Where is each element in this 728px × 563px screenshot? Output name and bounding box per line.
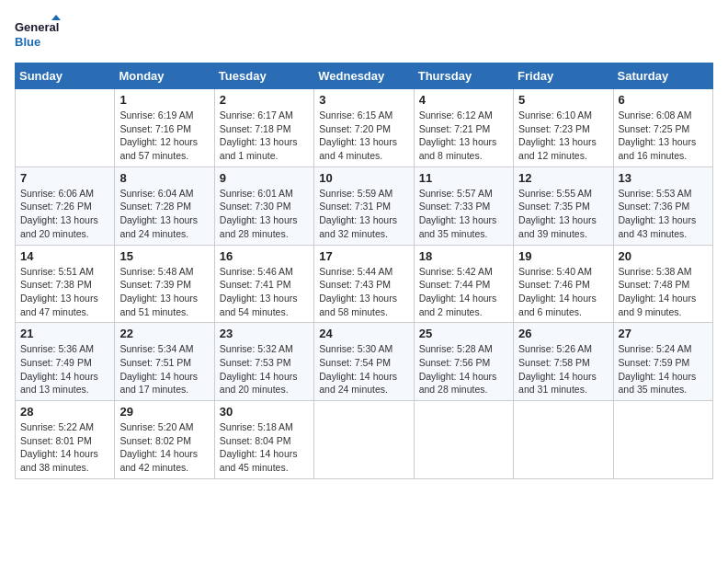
calendar-cell: 24Sunrise: 5:30 AM Sunset: 7:54 PM Dayli… xyxy=(314,323,414,401)
svg-text:General: General xyxy=(15,20,59,34)
calendar-cell: 1Sunrise: 6:19 AM Sunset: 7:16 PM Daylig… xyxy=(115,89,214,167)
day-number: 20 xyxy=(619,249,708,263)
calendar-cell: 17Sunrise: 5:44 AM Sunset: 7:43 PM Dayli… xyxy=(314,245,414,323)
calendar-cell: 9Sunrise: 6:01 AM Sunset: 7:30 PM Daylig… xyxy=(214,167,313,245)
day-number: 29 xyxy=(119,405,209,419)
day-number: 26 xyxy=(518,327,608,340)
calendar-cell: 23Sunrise: 5:32 AM Sunset: 7:53 PM Dayli… xyxy=(214,323,313,401)
calendar-cell: 14Sunrise: 5:51 AM Sunset: 7:38 PM Dayli… xyxy=(16,245,115,323)
day-number: 10 xyxy=(319,171,408,185)
calendar-week-row: 21Sunrise: 5:36 AM Sunset: 7:49 PM Dayli… xyxy=(16,323,713,401)
calendar-cell: 2Sunrise: 6:17 AM Sunset: 7:18 PM Daylig… xyxy=(214,89,313,167)
calendar-cell: 28Sunrise: 5:22 AM Sunset: 8:01 PM Dayli… xyxy=(16,401,115,479)
calendar-cell xyxy=(613,401,712,479)
day-number: 12 xyxy=(518,171,608,185)
calendar-week-row: 7Sunrise: 6:06 AM Sunset: 7:26 PM Daylig… xyxy=(16,167,713,245)
day-info: Sunrise: 6:15 AM Sunset: 7:20 PM Dayligh… xyxy=(319,109,408,163)
calendar-cell xyxy=(414,401,513,479)
day-number: 19 xyxy=(518,249,608,263)
calendar-cell: 29Sunrise: 5:20 AM Sunset: 8:02 PM Dayli… xyxy=(115,401,214,479)
calendar-cell: 11Sunrise: 5:57 AM Sunset: 7:33 PM Dayli… xyxy=(414,167,513,245)
day-info: Sunrise: 5:26 AM Sunset: 7:58 PM Dayligh… xyxy=(518,342,608,396)
calendar-cell: 6Sunrise: 6:08 AM Sunset: 7:25 PM Daylig… xyxy=(613,89,712,167)
day-info: Sunrise: 5:24 AM Sunset: 7:59 PM Dayligh… xyxy=(619,342,708,396)
calendar-cell: 12Sunrise: 5:55 AM Sunset: 7:35 PM Dayli… xyxy=(514,167,613,245)
calendar-cell: 8Sunrise: 6:04 AM Sunset: 7:28 PM Daylig… xyxy=(115,167,214,245)
day-info: Sunrise: 5:42 AM Sunset: 7:44 PM Dayligh… xyxy=(419,265,508,319)
day-info: Sunrise: 5:59 AM Sunset: 7:31 PM Dayligh… xyxy=(319,187,408,241)
weekday-header: Wednesday xyxy=(314,63,414,89)
calendar-cell xyxy=(514,401,613,479)
day-number: 9 xyxy=(220,171,309,185)
day-number: 2 xyxy=(220,93,309,107)
day-info: Sunrise: 5:28 AM Sunset: 7:56 PM Dayligh… xyxy=(419,342,508,396)
day-info: Sunrise: 5:51 AM Sunset: 7:38 PM Dayligh… xyxy=(20,265,109,319)
calendar-cell: 18Sunrise: 5:42 AM Sunset: 7:44 PM Dayli… xyxy=(414,245,513,323)
calendar-cell: 13Sunrise: 5:53 AM Sunset: 7:36 PM Dayli… xyxy=(613,167,712,245)
weekday-header: Tuesday xyxy=(214,63,313,89)
day-info: Sunrise: 5:46 AM Sunset: 7:41 PM Dayligh… xyxy=(220,265,309,319)
calendar-cell: 5Sunrise: 6:10 AM Sunset: 7:23 PM Daylig… xyxy=(514,89,613,167)
calendar-cell: 19Sunrise: 5:40 AM Sunset: 7:46 PM Dayli… xyxy=(514,245,613,323)
calendar-cell: 21Sunrise: 5:36 AM Sunset: 7:49 PM Dayli… xyxy=(16,323,115,401)
calendar-cell: 16Sunrise: 5:46 AM Sunset: 7:41 PM Dayli… xyxy=(214,245,313,323)
day-info: Sunrise: 5:20 AM Sunset: 8:02 PM Dayligh… xyxy=(119,420,209,475)
calendar-cell: 7Sunrise: 6:06 AM Sunset: 7:26 PM Daylig… xyxy=(16,167,115,245)
day-number: 15 xyxy=(119,249,209,263)
day-number: 17 xyxy=(319,249,408,263)
calendar-cell: 26Sunrise: 5:26 AM Sunset: 7:58 PM Dayli… xyxy=(514,323,613,401)
weekday-header: Monday xyxy=(115,63,214,89)
calendar-cell: 30Sunrise: 5:18 AM Sunset: 8:04 PM Dayli… xyxy=(214,401,313,479)
day-number: 24 xyxy=(319,327,408,340)
day-number: 11 xyxy=(419,171,508,185)
day-info: Sunrise: 5:32 AM Sunset: 7:53 PM Dayligh… xyxy=(220,342,309,396)
day-info: Sunrise: 6:12 AM Sunset: 7:21 PM Dayligh… xyxy=(419,109,508,163)
weekday-header: Thursday xyxy=(414,63,513,89)
day-number: 7 xyxy=(20,171,109,185)
calendar-cell: 4Sunrise: 6:12 AM Sunset: 7:21 PM Daylig… xyxy=(414,89,513,167)
day-number: 30 xyxy=(220,405,309,419)
day-number: 6 xyxy=(619,93,708,107)
day-info: Sunrise: 5:34 AM Sunset: 7:51 PM Dayligh… xyxy=(119,342,209,396)
calendar-cell: 22Sunrise: 5:34 AM Sunset: 7:51 PM Dayli… xyxy=(115,323,214,401)
day-number: 16 xyxy=(220,249,309,263)
day-number: 25 xyxy=(419,327,508,340)
day-info: Sunrise: 5:22 AM Sunset: 8:01 PM Dayligh… xyxy=(20,420,109,475)
day-info: Sunrise: 5:38 AM Sunset: 7:48 PM Dayligh… xyxy=(619,265,708,319)
weekday-header: Friday xyxy=(514,63,613,89)
calendar-cell: 15Sunrise: 5:48 AM Sunset: 7:39 PM Dayli… xyxy=(115,245,214,323)
calendar-cell: 10Sunrise: 5:59 AM Sunset: 7:31 PM Dayli… xyxy=(314,167,414,245)
day-info: Sunrise: 6:08 AM Sunset: 7:25 PM Dayligh… xyxy=(619,109,708,163)
calendar-cell: 20Sunrise: 5:38 AM Sunset: 7:48 PM Dayli… xyxy=(613,245,712,323)
day-info: Sunrise: 5:57 AM Sunset: 7:33 PM Dayligh… xyxy=(419,187,508,241)
day-info: Sunrise: 6:19 AM Sunset: 7:16 PM Dayligh… xyxy=(119,109,209,163)
calendar-cell xyxy=(16,89,115,167)
day-info: Sunrise: 5:44 AM Sunset: 7:43 PM Dayligh… xyxy=(319,265,408,319)
day-number: 1 xyxy=(119,93,209,107)
day-info: Sunrise: 6:06 AM Sunset: 7:26 PM Dayligh… xyxy=(20,187,109,241)
day-info: Sunrise: 6:10 AM Sunset: 7:23 PM Dayligh… xyxy=(518,109,608,163)
day-info: Sunrise: 5:55 AM Sunset: 7:35 PM Dayligh… xyxy=(518,187,608,241)
day-number: 13 xyxy=(619,171,708,185)
day-number: 14 xyxy=(20,249,109,263)
calendar-cell: 27Sunrise: 5:24 AM Sunset: 7:59 PM Dayli… xyxy=(613,323,712,401)
calendar-week-row: 14Sunrise: 5:51 AM Sunset: 7:38 PM Dayli… xyxy=(16,245,713,323)
day-number: 3 xyxy=(319,93,408,107)
weekday-header-row: SundayMondayTuesdayWednesdayThursdayFrid… xyxy=(16,63,713,89)
calendar-table: SundayMondayTuesdayWednesdayThursdayFrid… xyxy=(15,63,713,479)
day-number: 8 xyxy=(119,171,209,185)
svg-marker-2 xyxy=(51,15,61,20)
day-info: Sunrise: 5:30 AM Sunset: 7:54 PM Dayligh… xyxy=(319,342,408,396)
calendar-week-row: 1Sunrise: 6:19 AM Sunset: 7:16 PM Daylig… xyxy=(16,89,713,167)
day-info: Sunrise: 5:18 AM Sunset: 8:04 PM Dayligh… xyxy=(220,420,309,475)
calendar-cell: 25Sunrise: 5:28 AM Sunset: 7:56 PM Dayli… xyxy=(414,323,513,401)
day-number: 5 xyxy=(518,93,608,107)
day-number: 22 xyxy=(119,327,209,340)
weekday-header: Sunday xyxy=(16,63,115,89)
calendar-cell xyxy=(314,401,414,479)
day-number: 27 xyxy=(619,327,708,340)
day-number: 21 xyxy=(20,327,109,340)
calendar-cell: 3Sunrise: 6:15 AM Sunset: 7:20 PM Daylig… xyxy=(314,89,414,167)
day-number: 4 xyxy=(419,93,508,107)
day-info: Sunrise: 6:17 AM Sunset: 7:18 PM Dayligh… xyxy=(220,109,309,163)
